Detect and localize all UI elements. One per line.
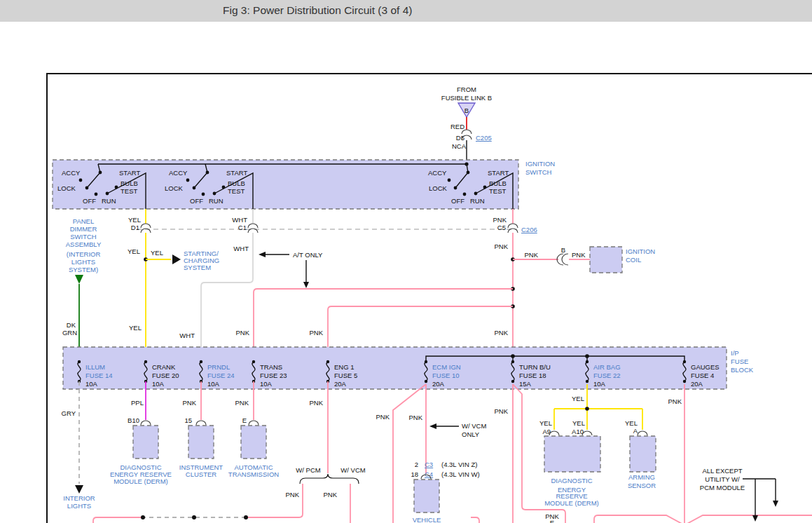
- all-except-line: UTILITY W/: [705, 475, 740, 483]
- wire-label-yel: YEL: [128, 247, 140, 255]
- nca-label: NCA: [452, 142, 467, 150]
- wire-label-yel: YEL: [572, 395, 584, 402]
- derm-label: MODULE (DERM): [544, 499, 599, 507]
- junction-dot: [585, 407, 589, 411]
- dot: [85, 186, 89, 190]
- fuse-id: FUSE 14: [85, 372, 113, 379]
- interior-lights-label: LIGHTS: [67, 502, 91, 510]
- fuse-id: FUSE 24: [207, 372, 235, 379]
- auto-trans-branch: PNK E AUTOMATIC TRANSMISSION: [228, 381, 279, 478]
- pos-test: TEST: [489, 187, 506, 195]
- instrument-cluster-box: [188, 426, 214, 459]
- terminal-18: 18: [411, 470, 418, 478]
- fuse-amps: 10A: [207, 380, 220, 388]
- fuse-id: FUSE 20: [152, 372, 179, 379]
- panel-dimmer-note: PANEL DIMMER SWITCH ASSEMBLY (INTERIOR L…: [62, 217, 102, 362]
- fuse-id: FUSE 10: [432, 372, 460, 379]
- dot: [106, 192, 109, 196]
- pos-bulb: BULB: [489, 179, 507, 187]
- connector-arc-icon: [248, 224, 258, 228]
- connector-arc-icon: [508, 224, 518, 228]
- terminal-a: A: [633, 427, 638, 435]
- panel-dimmer-line: (INTERIOR: [67, 250, 101, 258]
- pos-off: OFF: [190, 197, 203, 205]
- at-only-note: A/T ONLY: [293, 251, 323, 259]
- arming-sensor-label: ARMING: [628, 473, 655, 481]
- pos-run: RUN: [209, 197, 223, 205]
- terminal-d5: D5: [456, 134, 465, 142]
- vin-w-note: (4.3L VIN W): [441, 470, 480, 478]
- wire-label-red: RED: [450, 123, 465, 130]
- fuse-name: CRANK: [152, 363, 176, 371]
- wire-label-pnk: PNK: [524, 251, 538, 259]
- wire-label-pnk: PNK: [408, 414, 422, 421]
- dot: [213, 192, 216, 196]
- wire-label-pnk: PNK: [309, 329, 323, 337]
- c206-connector-row: YEL D1 WHT C1 PNK C5 C206: [128, 209, 537, 233]
- pos-test: TEST: [121, 187, 137, 195]
- auto-trans-box: [241, 426, 266, 459]
- fuse-amps: 10A: [85, 380, 98, 388]
- panel-dimmer-line: LIGHTS: [71, 258, 95, 266]
- fuse-name: TURN B/U: [519, 363, 551, 371]
- dot: [99, 171, 102, 175]
- down-arrow-icon: [75, 485, 83, 494]
- connector-link-c3[interactable]: C3: [425, 461, 433, 468]
- ignition-coil-box: [590, 247, 622, 273]
- wire-label-yel: YEL: [572, 419, 585, 427]
- pos-off: OFF: [83, 197, 96, 205]
- connector-arc-icon: [249, 421, 259, 425]
- wire-pnk-stub: [471, 517, 479, 523]
- wire-label-pnk: PNK: [376, 413, 390, 421]
- junction-dot: [585, 354, 589, 358]
- dot: [202, 193, 205, 196]
- pos-lock: LOCK: [429, 184, 448, 192]
- wire-label-pnk: PNK: [323, 491, 337, 498]
- connector-arc-icon: [141, 224, 151, 228]
- junction-dot: [511, 354, 515, 358]
- terminal-a10: A10: [572, 428, 584, 435]
- fuse-amps: 10A: [152, 380, 165, 388]
- pos-start: START: [488, 169, 509, 177]
- connector-arc-icon: [638, 431, 647, 435]
- connector-link-c206[interactable]: C206: [521, 226, 537, 233]
- fusible-link-source: FROM FUSIBLE LINK B B RED D5 C205 NCA: [441, 86, 492, 164]
- wire-label-yel: YEL: [128, 216, 141, 224]
- pos-accy: ACCY: [169, 169, 188, 177]
- brace-icon: [300, 474, 359, 484]
- wire-label-pnk: PNK: [235, 329, 249, 337]
- fuse-name: ILLUM: [85, 363, 105, 371]
- wire-label-pnk: PNK: [494, 407, 508, 415]
- dot: [483, 186, 487, 189]
- connector-arc-icon: [562, 254, 568, 265]
- fuse-amps: 20A: [334, 380, 347, 388]
- wire-pnk-bus: [93, 517, 143, 523]
- derm-box: [544, 436, 600, 472]
- instrument-cluster-branch: PNK 15 INSTRUMENT CLUSTER: [179, 381, 223, 478]
- yellow-crank-feed: YEL YEL STARTING/ CHARGING SYSTEM YEL: [128, 233, 219, 362]
- down-arrow-icon: [752, 515, 758, 522]
- wire-label-pnk: PNK: [572, 251, 586, 259]
- pos-test: TEST: [228, 187, 245, 195]
- connector-link-c205[interactable]: C205: [476, 134, 492, 142]
- wire-label-yel: YEL: [625, 419, 638, 427]
- down-arrow-icon: [773, 501, 778, 507]
- terminal-e: E: [242, 416, 247, 424]
- triangle-letter: B: [465, 107, 469, 114]
- fuse-block-label: I/P: [731, 349, 739, 357]
- ignition-coil-label: COIL: [626, 256, 641, 264]
- all-except-line: PCM MODULE: [700, 484, 745, 491]
- dot: [467, 171, 470, 175]
- w-vcm-only-note: W/ VCM: [462, 422, 486, 430]
- pos-start: START: [119, 169, 140, 177]
- terminal-c5: C5: [497, 224, 506, 231]
- panel-dimmer-line: ASSEMBLY: [66, 240, 102, 248]
- w-vcm-only-note: ONLY: [462, 430, 480, 438]
- dot: [454, 186, 457, 190]
- wire-label-wht: WHT: [179, 332, 195, 339]
- wire-pnk-wpcm: [246, 484, 303, 517]
- fuse-id: FUSE 4: [691, 372, 714, 379]
- fusible-link-label: FUSIBLE LINK B: [441, 94, 492, 102]
- wire-label-pnk: PNK: [309, 399, 323, 407]
- from-label: FROM: [457, 86, 476, 93]
